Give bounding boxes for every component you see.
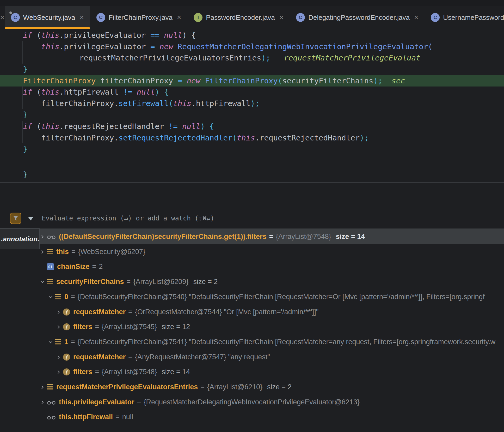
variable-value: {ArrayList@6210} — [207, 383, 262, 391]
close-icon[interactable]: × — [279, 13, 284, 22]
chevron-collapsed-icon[interactable] — [39, 384, 46, 390]
variable-value: {RequestMatcherDelegatingWebInvocationPr… — [144, 398, 359, 406]
equals-sign: = — [71, 338, 75, 346]
chevron-placeholder — [39, 264, 46, 270]
variable-row-requestMatcherPrivilegeEvaluatorsEntries[interactable]: requestMatcherPrivilegeEvaluatorsEntries… — [0, 380, 504, 394]
code-line: if (this.privilegeEvaluator == null) { — [23, 29, 196, 41]
equals-sign: = — [269, 233, 273, 241]
evaluate-expression-placeholder: Evaluate expression (↵) or add a watch (… — [42, 214, 214, 222]
variable-value: {ArrayList@7545} — [102, 323, 157, 331]
variables-tree: .annotation.w ((DefaultSecurityFilterCha… — [0, 229, 504, 432]
variable-value: {DefaultSecurityFilterChain@7540} "Defau… — [78, 293, 485, 301]
variable-row-this.httpFirewall[interactable]: this.httpFirewall=null — [0, 410, 504, 424]
modified-dot-icon — [9, 11, 12, 14]
code-line: } — [23, 64, 27, 75]
size-badge: size = 14 — [336, 233, 365, 241]
chevron-collapsed-icon[interactable] — [39, 399, 46, 405]
variable-name: filters — [73, 368, 93, 376]
variable-name: securityFilterChains — [56, 278, 124, 286]
equals-sign: = — [137, 398, 141, 406]
indent-guide — [22, 41, 23, 64]
field-icon: f — [63, 323, 70, 330]
variable-row-requestMatcher[interactable]: frequestMatcher={OrRequestMatcher@7544} … — [0, 305, 504, 319]
close-icon[interactable]: × — [177, 13, 181, 22]
variable-row-1[interactable]: 1={DefaultSecurityFilterChain@7541} "Def… — [0, 335, 504, 349]
equals-sign: = — [128, 353, 132, 361]
chevron-collapsed-icon[interactable] — [39, 249, 46, 255]
variable-icon — [47, 279, 53, 285]
code-line: } — [23, 169, 27, 180]
variable-value: 2 — [99, 263, 103, 271]
variable-row-filters[interactable]: ffilters={ArrayList@7545}size = 12 — [0, 319, 504, 334]
editor-tab-bar: × CWebSecurity.java×CFilterChainProxy.ja… — [0, 6, 504, 29]
variable-value: {AnyRequestMatcher@7547} "any request" — [135, 353, 270, 361]
equals-sign: = — [71, 248, 76, 256]
editor-tab-FilterChainProxy.java[interactable]: CFilterChainProxy.java× — [90, 6, 188, 29]
variable-row-securityFilterChains[interactable]: securityFilterChains={ArrayList@6209}siz… — [0, 274, 504, 289]
variable-name: requestMatcher — [73, 308, 126, 316]
variable-value: {ArrayList@7548} — [276, 233, 331, 241]
editor-tab-WebSecurity.java[interactable]: CWebSecurity.java× — [5, 6, 90, 29]
equals-sign: = — [127, 278, 131, 286]
chevron-placeholder — [39, 414, 46, 420]
editor-tab-UsernamePasswordAuthenticationFilter.java[interactable]: CUsernamePasswordAuthenticationFilter.ja… — [425, 6, 504, 29]
chevron-down-icon[interactable] — [28, 217, 33, 220]
equals-sign: = — [71, 293, 75, 301]
variable-row-requestMatcher[interactable]: frequestMatcher={AnyRequestMatcher@7547}… — [0, 350, 504, 365]
field-icon: f — [63, 308, 70, 316]
editor-tab-PasswordEncoder.java[interactable]: IPasswordEncoder.java× — [187, 6, 290, 29]
variable-row-((DefaultSecurityFilterChain)securityFilterChains.get(1)).filters[interactable]: ((DefaultSecurityFilterChain)securityFil… — [0, 229, 504, 244]
class-icon: C — [296, 13, 305, 22]
chevron-expanded-icon[interactable] — [47, 294, 54, 300]
interface-icon: I — [194, 13, 202, 22]
variable-name: 1 — [64, 338, 68, 346]
chevron-expanded-icon[interactable] — [39, 279, 46, 285]
tab-label: UsernamePasswordAuthenticationFilter.jav… — [443, 14, 504, 22]
variable-name: requestMatcherPrivilegeEvaluatorsEntries — [56, 383, 198, 391]
variable-row-this.privilegeEvaluator[interactable]: this.privilegeEvaluator={RequestMatcherD… — [0, 395, 504, 410]
variable-name: ((DefaultSecurityFilterChain)securityFil… — [59, 233, 267, 241]
close-icon[interactable]: × — [79, 13, 84, 22]
equals-sign: = — [128, 308, 132, 316]
chevron-expanded-icon[interactable] — [47, 339, 54, 345]
size-badge: size = 2 — [267, 383, 292, 391]
chevron-collapsed-icon[interactable] — [55, 324, 63, 330]
variable-row-chainSize[interactable]: 01chainSize=2 — [0, 259, 504, 274]
variable-row-this[interactable]: this={WebSecurity@6207} — [0, 244, 504, 259]
size-badge: size = 12 — [162, 323, 190, 331]
editor-tab-DelegatingPasswordEncoder.java[interactable]: CDelegatingPasswordEncoder.java× — [290, 6, 425, 29]
code-line: if (this.requestRejectedHandler != null)… — [23, 121, 214, 132]
variable-value: {WebSecurity@6207} — [78, 248, 145, 256]
evaluate-expression-bar[interactable]: Evaluate expression (↵) or add a watch (… — [0, 197, 504, 229]
code-editor[interactable]: if (this.privilegeEvaluator == null) {th… — [0, 29, 504, 182]
window-top-strip — [0, 0, 504, 6]
close-icon[interactable]: × — [414, 13, 418, 22]
tab-label: PasswordEncoder.java — [206, 14, 275, 22]
chevron-collapsed-icon[interactable] — [55, 309, 63, 315]
code-line: this.privilegeEvaluator = new RequestMat… — [41, 41, 433, 52]
equals-sign: = — [115, 413, 120, 421]
variable-icon — [47, 384, 53, 390]
equals-sign: = — [200, 383, 205, 391]
code-line: } — [23, 109, 27, 120]
variable-value: {ArrayList@7548} — [102, 368, 157, 376]
class-icon: C — [96, 13, 105, 22]
variable-icon — [55, 294, 61, 300]
gutter-separator — [9, 29, 9, 182]
funnel-icon — [13, 215, 19, 221]
chevron-collapsed-icon[interactable] — [39, 234, 46, 240]
variable-row-filters[interactable]: ffilters={ArrayList@7548}size = 14 — [0, 365, 504, 379]
chevron-collapsed-icon[interactable] — [55, 369, 63, 375]
class-icon: C — [431, 13, 440, 22]
watch-icon — [47, 400, 56, 405]
panel-divider-strip — [0, 182, 504, 197]
variable-name: chainSize — [57, 263, 90, 271]
variable-row-0[interactable]: 0={DefaultSecurityFilterChain@7540} "Def… — [0, 289, 504, 304]
filter-button[interactable] — [10, 213, 21, 224]
chevron-collapsed-icon[interactable] — [55, 354, 63, 360]
close-icon[interactable]: × — [0, 6, 5, 29]
equals-sign: = — [95, 368, 99, 376]
indent-guide — [41, 45, 41, 63]
variable-value: null — [122, 413, 133, 421]
variable-name: this.httpFirewall — [59, 413, 113, 421]
